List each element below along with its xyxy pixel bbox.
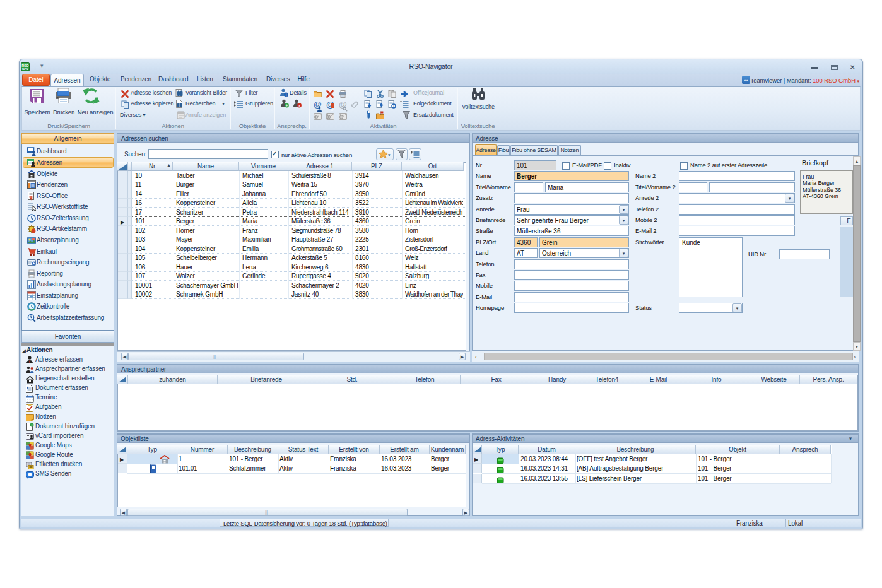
svg-text:x: x [298,103,301,108]
svg-text:+: + [285,103,288,108]
